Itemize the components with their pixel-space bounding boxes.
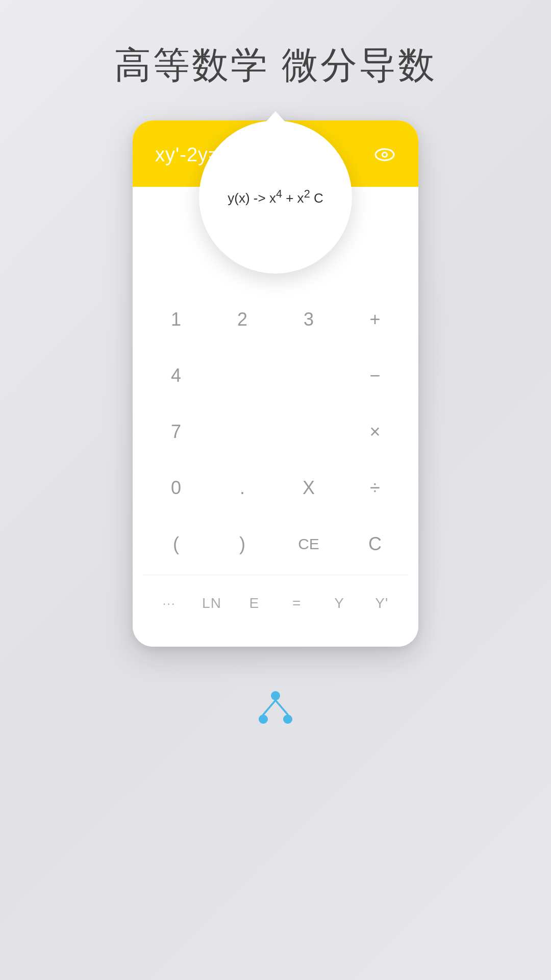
key-divide[interactable]: ÷ [347, 462, 403, 513]
key-row-2: 4 5 6 − [143, 350, 408, 401]
eye-icon[interactable] [373, 143, 396, 166]
result-bubble: y(x) -> x4 + x2 C [199, 120, 352, 274]
key-row-3: 7 8 9 × [143, 406, 408, 457]
result-content: y(x) -> x4 + x2 C [228, 185, 323, 209]
app-icon-container [255, 688, 296, 730]
key-row-extra: ··· LN E = Y Y' [143, 575, 408, 626]
svg-point-2 [383, 153, 386, 156]
key-e[interactable]: E [233, 580, 276, 626]
calc-body: y(x) -> x4 + x2 C 1 2 3 + 4 5 6 − 7 8 [133, 187, 418, 647]
svg-point-3 [271, 691, 280, 700]
key-row-5: ( ) CE C [143, 519, 408, 570]
key-dot[interactable]: . [214, 462, 270, 513]
key-plus[interactable]: + [347, 294, 403, 345]
key-4[interactable]: 4 [148, 350, 204, 401]
calculator-card: xy'-2y=2x^4 y(x) -> x4 + x2 C 1 2 3 + [133, 120, 418, 647]
key-multiply[interactable]: × [347, 406, 403, 457]
app-icon [255, 688, 296, 728]
key-row-4: 0 . X ÷ [143, 462, 408, 513]
result-text: y(x) -> x4 + x2 C [228, 190, 323, 206]
page-title: 高等数学 微分导数 [114, 41, 437, 90]
svg-point-5 [283, 715, 292, 724]
svg-line-6 [263, 700, 276, 715]
key-equals[interactable]: = [276, 580, 318, 626]
key-open-paren[interactable]: ( [148, 519, 204, 570]
key-c[interactable]: C [347, 519, 403, 570]
key-minus[interactable]: − [347, 350, 403, 401]
svg-line-7 [276, 700, 288, 715]
key-3[interactable]: 3 [281, 294, 337, 345]
key-row-1: 1 2 3 + [143, 294, 408, 345]
key-ce[interactable]: CE [281, 519, 337, 570]
key-close-paren[interactable]: ) [214, 519, 270, 570]
key-0[interactable]: 0 [148, 462, 204, 513]
key-dots[interactable]: ··· [148, 580, 190, 626]
keypad: 1 2 3 + 4 5 6 − 7 8 9 × 0 . [143, 294, 408, 626]
key-ln[interactable]: LN [190, 580, 233, 626]
key-1[interactable]: 1 [148, 294, 204, 345]
key-x[interactable]: X [281, 462, 337, 513]
key-y[interactable]: Y [318, 580, 360, 626]
key-y-prime[interactable]: Y' [361, 580, 403, 626]
svg-point-4 [259, 715, 268, 724]
key-7[interactable]: 7 [148, 406, 204, 457]
key-2[interactable]: 2 [214, 294, 270, 345]
